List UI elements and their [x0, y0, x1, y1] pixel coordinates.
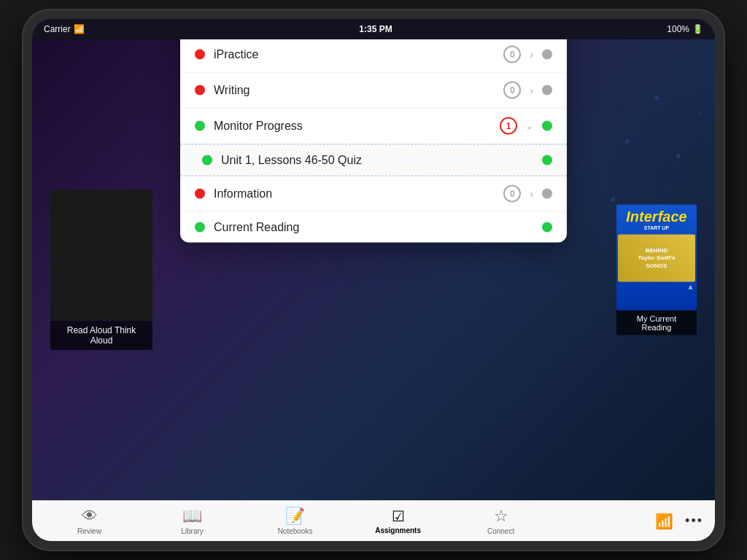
- offline-dot-monitor-progress: [195, 121, 205, 131]
- chevron-down-monitor-progress: ⌄: [526, 121, 533, 131]
- row-ipractice[interactable]: iPractice 0 ›: [180, 39, 567, 73]
- sync-dot-information: [542, 189, 552, 199]
- ipad-frame: Carrier 📶 1:35 PM 100% 🔋: [23, 10, 724, 550]
- carrier-label: Carrier: [44, 24, 71, 34]
- svg-line-11: [678, 112, 700, 156]
- svg-line-6: [627, 98, 657, 141]
- connect-label: Connect: [487, 527, 514, 535]
- status-time: 1:35 PM: [359, 24, 392, 34]
- status-left: Carrier 📶: [44, 24, 85, 34]
- offline-dot-current-reading: [195, 222, 205, 233]
- battery-label: 100%: [667, 24, 689, 34]
- row-monitor-progress[interactable]: Monitor Progress 1 ⌄: [180, 109, 567, 144]
- offline-dot-information: [195, 189, 205, 199]
- ipad-screen: Carrier 📶 1:35 PM 100% 🔋: [32, 19, 715, 541]
- more-icon[interactable]: •••: [685, 513, 703, 529]
- left-book-label: Read Aloud Think Aloud: [50, 321, 152, 350]
- chevron-writing: ›: [530, 85, 533, 96]
- label-information: Information: [214, 187, 495, 201]
- tab-assignments[interactable]: ☑ Assignments: [347, 508, 449, 534]
- chevron-information: ›: [530, 188, 533, 200]
- library-label: Library: [181, 527, 204, 535]
- review-label: Review: [77, 527, 101, 535]
- tab-bar-right: 📶 •••: [655, 513, 709, 530]
- offline-dot-quiz: [202, 155, 212, 166]
- magazine-subtitle: START UP: [616, 225, 697, 233]
- connect-icon: ☆: [494, 507, 508, 526]
- tab-review[interactable]: 👁 Review: [38, 507, 141, 535]
- library-icon: 📖: [182, 507, 202, 526]
- right-book[interactable]: Interface START UP BEHINDTaylor Swift'sS…: [613, 205, 700, 335]
- svg-line-8: [613, 141, 627, 200]
- sync-dot-current-reading: [542, 222, 552, 233]
- sync-dot-quiz: [542, 155, 552, 166]
- assignments-panel: Availableoffline? SyncComplete? Interact…: [180, 39, 567, 243]
- left-book[interactable]: Read Aloud Think Aloud: [47, 190, 156, 350]
- magazine-footer: A: [616, 284, 697, 292]
- review-icon: 👁: [82, 507, 98, 526]
- sync-dot-ipractice: [542, 50, 552, 60]
- tab-bar: 👁 Review 📖 Library 📝 Notebooks ☑ Assignm…: [32, 500, 715, 541]
- row-information[interactable]: Information 0 ›: [180, 176, 567, 212]
- status-bar: Carrier 📶 1:35 PM 100% 🔋: [32, 19, 715, 39]
- offline-dot-ipractice: [195, 50, 205, 60]
- assignments-label: Assignments: [375, 526, 421, 534]
- label-quiz: Unit 1, Lessons 46-50 Quiz: [221, 154, 533, 167]
- offline-dot-writing: [195, 85, 205, 96]
- status-right: 100% 🔋: [667, 24, 703, 34]
- label-writing: Writing: [214, 84, 495, 97]
- svg-line-7: [657, 98, 678, 156]
- book-cover-image: [50, 190, 152, 321]
- row-quiz[interactable]: Unit 1, Lessons 46-50 Quiz: [180, 144, 567, 176]
- chevron-ipractice: ›: [530, 49, 533, 61]
- badge-ipractice: 0: [503, 46, 521, 63]
- magazine-image: BEHINDTaylor Swift'sSONGS: [618, 235, 695, 282]
- row-writing[interactable]: Writing 0 ›: [180, 73, 567, 109]
- assignments-panel-wrapper: Assignments Availableoffline? SyncComple…: [180, 47, 567, 99]
- magazine-title: Interface: [616, 205, 697, 225]
- main-content: Read Aloud Think Aloud Interface START U…: [32, 39, 715, 500]
- notebooks-label: Notebooks: [278, 527, 313, 535]
- tab-notebooks[interactable]: 📝 Notebooks: [244, 507, 347, 535]
- badge-writing: 0: [503, 82, 521, 99]
- tab-library[interactable]: 📖 Library: [141, 507, 244, 535]
- label-ipractice: iPractice: [214, 48, 495, 61]
- notebooks-icon: 📝: [285, 507, 305, 526]
- label-monitor-progress: Monitor Progress: [214, 120, 491, 133]
- label-current-reading: Current Reading: [214, 221, 533, 234]
- sync-dot-monitor-progress: [542, 121, 552, 131]
- row-current-reading[interactable]: Current Reading: [180, 212, 567, 243]
- svg-line-10: [657, 98, 700, 112]
- tab-connect[interactable]: ☆ Connect: [449, 507, 552, 535]
- assignments-icon: ☑: [392, 508, 405, 525]
- badge-information: 0: [503, 185, 521, 203]
- badge-monitor-progress: 1: [500, 117, 517, 135]
- right-book-label: My Current Reading: [616, 311, 697, 335]
- magazine-cover: Interface START UP BEHINDTaylor Swift'sS…: [616, 205, 697, 311]
- assignment-list: Interactive Reading 1 › Study Plan 0 ›: [180, 39, 567, 243]
- wifi-tab-icon[interactable]: 📶: [655, 513, 673, 530]
- wifi-icon: 📶: [74, 24, 85, 34]
- sync-dot-writing: [542, 85, 552, 96]
- battery-icon: 🔋: [692, 24, 703, 34]
